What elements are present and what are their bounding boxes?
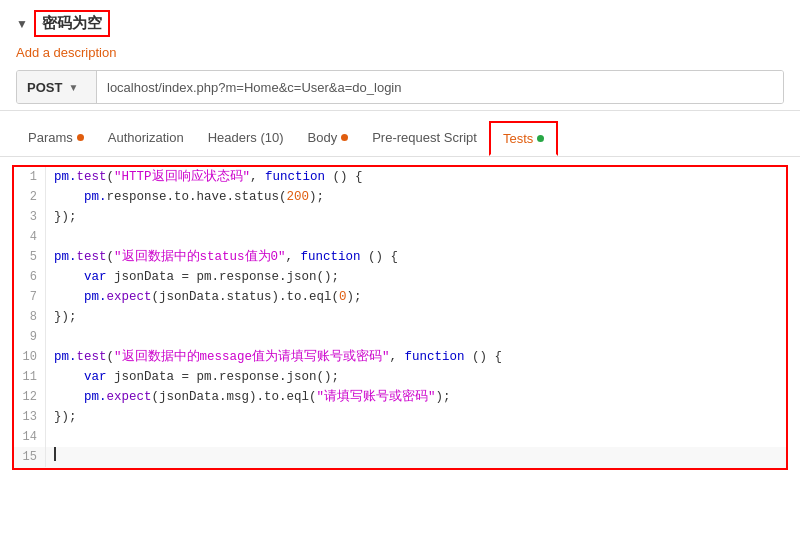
tab-authorization-label: Authorization xyxy=(108,130,184,145)
code-segment: .json(); xyxy=(279,370,339,384)
line-content: pm.expect(jsonData.status).to.eql(0); xyxy=(54,287,786,307)
code-segment: function xyxy=(265,170,325,184)
code-segment: function xyxy=(301,250,361,264)
method-chevron-icon: ▼ xyxy=(68,82,78,93)
tab-authorization[interactable]: Authorization xyxy=(96,122,196,155)
code-segment: response xyxy=(107,190,167,204)
line-number: 5 xyxy=(14,247,46,267)
line-number: 13 xyxy=(14,407,46,427)
line-number: 14 xyxy=(14,427,46,447)
line-number: 15 xyxy=(14,447,46,467)
code-segment: () { xyxy=(465,350,503,364)
code-line-13: 13}); xyxy=(14,407,786,427)
line-content: pm.expect(jsonData.msg).to.eql("请填写账号或密码… xyxy=(54,387,786,407)
tab-tests-label: Tests xyxy=(503,131,533,146)
line-content: }); xyxy=(54,307,786,327)
code-segment: "返回数据中的message值为请填写账号或密码" xyxy=(114,350,390,364)
code-line-5: 5pm.test("返回数据中的status值为0", function () … xyxy=(14,247,786,267)
code-segment: test xyxy=(77,350,107,364)
line-content: pm.test("HTTP返回响应状态码", function () { xyxy=(54,167,786,187)
code-segment: ); xyxy=(309,190,324,204)
tab-params-label: Params xyxy=(28,130,73,145)
line-number: 4 xyxy=(14,227,46,247)
code-segment: , xyxy=(390,350,405,364)
code-line-9: 9 xyxy=(14,327,786,347)
code-segment: (jsonData.status).to.eql( xyxy=(152,290,340,304)
code-segment: "返回数据中的status值为0" xyxy=(114,250,286,264)
code-segment: }); xyxy=(54,410,77,424)
tab-prerequest-label: Pre-request Script xyxy=(372,130,477,145)
line-content: }); xyxy=(54,207,786,227)
code-segment: pm. xyxy=(54,250,77,264)
code-line-8: 8}); xyxy=(14,307,786,327)
code-line-11: 11 var jsonData = pm.response.json(); xyxy=(14,367,786,387)
code-line-4: 4 xyxy=(14,227,786,247)
code-line-2: 2 pm.response.to.have.status(200); xyxy=(14,187,786,207)
add-description-link[interactable]: Add a description xyxy=(16,45,784,60)
code-segment: ( xyxy=(107,170,115,184)
line-content: pm.test("返回数据中的message值为请填写账号或密码", funct… xyxy=(54,347,786,367)
tab-prerequest[interactable]: Pre-request Script xyxy=(360,122,489,155)
code-editor[interactable]: 1pm.test("HTTP返回响应状态码", function () {2 p… xyxy=(12,165,788,470)
line-number: 1 xyxy=(14,167,46,187)
tab-params[interactable]: Params xyxy=(16,122,96,155)
code-segment: () { xyxy=(325,170,363,184)
code-line-1: 1pm.test("HTTP返回响应状态码", function () { xyxy=(14,167,786,187)
code-segment: expect xyxy=(107,390,152,404)
code-segment: ); xyxy=(436,390,451,404)
body-dot xyxy=(341,134,348,141)
code-segment: 200 xyxy=(287,190,310,204)
code-line-15: 15 xyxy=(14,447,786,468)
code-segment: }); xyxy=(54,210,77,224)
code-line-3: 3}); xyxy=(14,207,786,227)
code-segment: pm. xyxy=(54,290,107,304)
line-content: }); xyxy=(54,407,786,427)
tab-headers-label: Headers (10) xyxy=(208,130,284,145)
code-line-10: 10pm.test("返回数据中的message值为请填写账号或密码", fun… xyxy=(14,347,786,367)
tab-tests[interactable]: Tests xyxy=(489,121,558,156)
code-segment xyxy=(54,270,84,284)
code-segment: jsonData = pm. xyxy=(107,370,220,384)
line-number: 9 xyxy=(14,327,46,347)
code-segment: pm. xyxy=(54,170,77,184)
line-number: 11 xyxy=(14,367,46,387)
line-content xyxy=(54,447,786,468)
params-dot xyxy=(77,134,84,141)
line-number: 6 xyxy=(14,267,46,287)
line-content: var jsonData = pm.response.json(); xyxy=(54,367,786,387)
code-line-12: 12 pm.expect(jsonData.msg).to.eql("请填写账号… xyxy=(14,387,786,407)
code-segment: .to.have.status( xyxy=(167,190,287,204)
code-segment: pm. xyxy=(54,190,107,204)
code-segment: 0 xyxy=(339,290,347,304)
code-segment: var xyxy=(84,270,107,284)
code-segment: () { xyxy=(361,250,399,264)
tabs-row: Params Authorization Headers (10) Body P… xyxy=(0,121,800,157)
method-select[interactable]: POST ▼ xyxy=(17,71,97,103)
code-segment: , xyxy=(250,170,265,184)
tab-headers[interactable]: Headers (10) xyxy=(196,122,296,155)
code-line-6: 6 var jsonData = pm.response.json(); xyxy=(14,267,786,287)
line-content: var jsonData = pm.response.json(); xyxy=(54,267,786,287)
code-segment: ); xyxy=(347,290,362,304)
code-segment: test xyxy=(77,250,107,264)
code-segment: ( xyxy=(107,350,115,364)
code-segment: pm. xyxy=(54,350,77,364)
line-number: 3 xyxy=(14,207,46,227)
line-content: pm.response.to.have.status(200); xyxy=(54,187,786,207)
code-segment: test xyxy=(77,170,107,184)
url-input[interactable] xyxy=(97,71,783,103)
tab-body[interactable]: Body xyxy=(296,122,361,155)
code-segment xyxy=(54,370,84,384)
tab-body-label: Body xyxy=(308,130,338,145)
tests-dot xyxy=(537,135,544,142)
code-segment: ( xyxy=(107,250,115,264)
code-segment: , xyxy=(286,250,301,264)
code-segment: response xyxy=(219,270,279,284)
code-segment: jsonData = pm. xyxy=(107,270,220,284)
collapse-arrow-icon[interactable]: ▼ xyxy=(16,17,28,31)
page-title: 密码为空 xyxy=(34,10,110,37)
code-segment: var xyxy=(84,370,107,384)
code-segment: "HTTP返回响应状态码" xyxy=(114,170,250,184)
code-segment: pm. xyxy=(54,390,107,404)
code-segment: function xyxy=(405,350,465,364)
